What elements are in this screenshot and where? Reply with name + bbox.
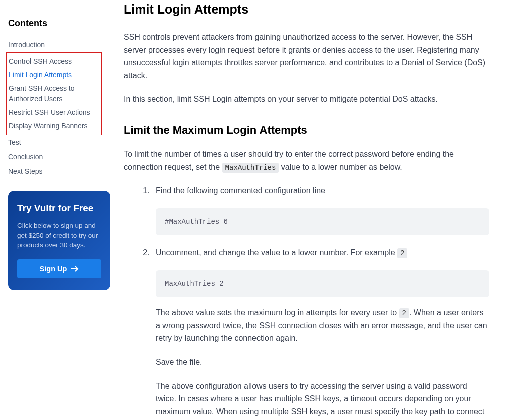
paragraph-maxauthtries: To limit the number of times a user shou…	[124, 148, 489, 173]
code-block-uncommented: MaxAuthTries 2	[156, 270, 489, 297]
toc-grant-ssh[interactable]: Grant SSH Access to Authorized Users	[9, 83, 101, 104]
toc-conclusion[interactable]: Conclusion	[8, 152, 108, 162]
code-2-b: 2	[399, 308, 409, 318]
toc-limit-login[interactable]: Limit Login Attempts	[9, 70, 101, 80]
step-2-summary: The above configuration allows users to …	[156, 380, 489, 421]
step-2: Uncomment, and change the value to a low…	[152, 246, 489, 420]
toc-restrict-ssh[interactable]: Restrict SSH User Actions	[9, 107, 101, 118]
signup-button[interactable]: Sign Up	[17, 259, 101, 278]
toc-display-warning[interactable]: Display Warning Banners	[9, 121, 101, 131]
toc-next-steps[interactable]: Next Steps	[8, 166, 108, 177]
code-block-commented: #MaxAuthTries 6	[156, 208, 489, 235]
toc-highlight-box: Control SSH Access Limit Login Attempts …	[6, 52, 102, 135]
code-2-a: 2	[397, 248, 407, 258]
promo-title: Try Vultr for Free	[17, 203, 101, 214]
sidebar: Contents Introduction Control SSH Access…	[0, 0, 108, 420]
promo-text: Click below to sign up and get $250 of c…	[17, 221, 101, 250]
intro-paragraph-1: SSH controls prevent attackers from gain…	[124, 31, 489, 82]
toc-introduction[interactable]: Introduction	[8, 40, 108, 50]
arrow-right-icon	[71, 266, 79, 272]
article-main: Limit Login Attempts SSH controls preven…	[108, 0, 503, 420]
code-maxauthtries: MaxAuthTries	[222, 163, 279, 173]
step-2-text: Uncomment, and change the value to a low…	[156, 246, 489, 259]
table-of-contents: Introduction	[8, 38, 108, 52]
steps-list: Find the following commented configurati…	[124, 184, 489, 420]
toc-control-ssh[interactable]: Control SSH Access	[9, 56, 101, 67]
step-2-explanation: The above value sets the maximum log in …	[156, 306, 489, 345]
step-1: Find the following commented configurati…	[152, 184, 489, 235]
signup-button-label: Sign Up	[40, 265, 67, 273]
step-2-save: Save the file.	[156, 356, 489, 369]
step-1-text: Find the following commented configurati…	[156, 184, 489, 197]
promo-card: Try Vultr for Free Click below to sign u…	[8, 191, 110, 290]
heading-limit-login: Limit Login Attempts	[124, 2, 489, 17]
heading-limit-max: Limit the Maximum Login Attempts	[124, 124, 489, 137]
intro-paragraph-2: In this section, limit SSH Login attempt…	[124, 93, 489, 106]
toc-test[interactable]: Test	[8, 137, 108, 148]
contents-title: Contents	[8, 18, 108, 29]
